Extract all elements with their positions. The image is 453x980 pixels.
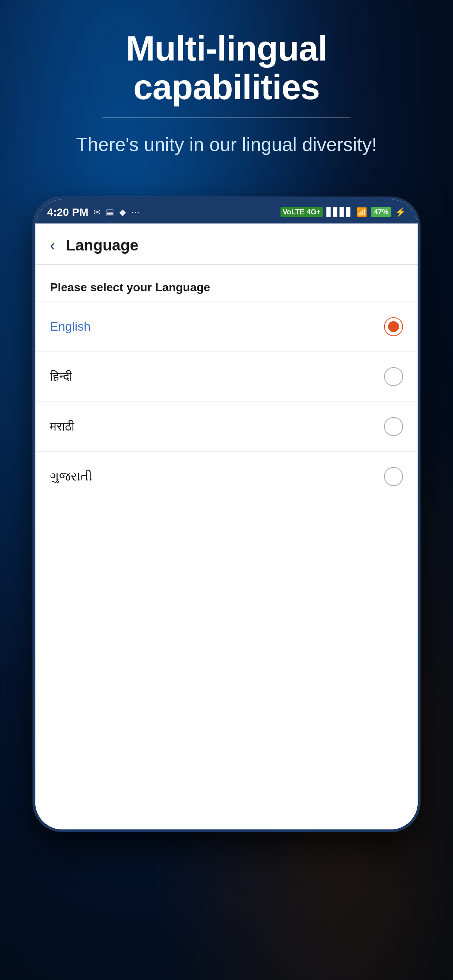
status-left: 4:20 PM ✉ ▤ ◆ ⋯ xyxy=(47,206,140,218)
dots-icon: ⋯ xyxy=(131,207,140,217)
main-title: Multi-lingual capabilities xyxy=(44,29,409,106)
message-icon: ▤ xyxy=(106,207,114,217)
app-header: ‹ Language xyxy=(35,223,418,265)
status-bar: 4:20 PM ✉ ▤ ◆ ⋯ VoLTE 4G+ ▋▋▋▋ 📶 47% ⚡ xyxy=(35,199,418,223)
lightning-icon: ⚡ xyxy=(395,207,406,217)
wifi-icon: 📶 xyxy=(356,207,367,217)
snapchat-icon: ◆ xyxy=(119,207,126,217)
subtitle: There's unity in our lingual diversity! xyxy=(44,132,409,157)
app-content: Please select your Language English हिन्… xyxy=(35,265,418,829)
language-label-hindi: हिन्दी xyxy=(50,369,72,384)
language-item-gujarati[interactable]: ગુજરાતી xyxy=(35,452,418,501)
back-button[interactable]: ‹ xyxy=(50,237,55,254)
page-wrapper: Multi-lingual capabilities There's unity… xyxy=(0,0,453,832)
language-list: English हिन्दी मराठी ગુજરાતી xyxy=(35,302,418,501)
language-item-english[interactable]: English xyxy=(35,302,418,352)
whatsapp-icon: ✉ xyxy=(93,207,100,217)
empty-content xyxy=(35,501,418,829)
section-label: Please select your Language xyxy=(35,265,418,302)
language-label-marathi: मराठी xyxy=(50,419,74,434)
radio-gujarati[interactable] xyxy=(384,467,403,486)
hero-section: Multi-lingual capabilities There's unity… xyxy=(0,29,453,157)
radio-english[interactable] xyxy=(384,317,403,336)
divider-line xyxy=(102,117,351,118)
status-right: VoLTE 4G+ ▋▋▋▋ 📶 47% ⚡ xyxy=(281,207,406,217)
language-label-gujarati: ગુજરાતી xyxy=(50,469,92,484)
phone-frame: 4:20 PM ✉ ▤ ◆ ⋯ VoLTE 4G+ ▋▋▋▋ 📶 47% ⚡ xyxy=(33,197,420,832)
status-time: 4:20 PM xyxy=(47,206,88,218)
radio-hindi[interactable] xyxy=(384,367,403,386)
language-label-english: English xyxy=(50,320,91,334)
screen-title: Language xyxy=(66,237,138,254)
phone-container: 4:20 PM ✉ ▤ ◆ ⋯ VoLTE 4G+ ▋▋▋▋ 📶 47% ⚡ xyxy=(26,197,427,832)
language-item-hindi[interactable]: हिन्दी xyxy=(35,352,418,402)
signal-bars: ▋▋▋▋ xyxy=(327,207,353,217)
radio-marathi[interactable] xyxy=(384,417,403,436)
4g-label: VoLTE 4G+ xyxy=(281,207,323,217)
language-item-marathi[interactable]: मराठी xyxy=(35,402,418,452)
battery-icon: 47% xyxy=(371,207,391,217)
